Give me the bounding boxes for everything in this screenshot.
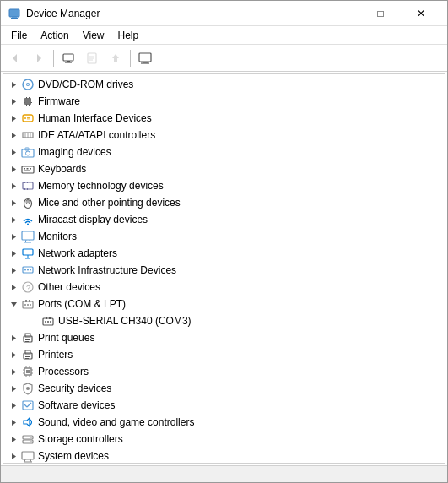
svg-rect-21 [24,98,31,105]
device-icon-system [20,449,35,463]
device-label-imaging: Imaging devices [38,146,111,158]
minimize-button[interactable]: — [321,2,359,25]
svg-rect-34 [27,119,30,120]
tree-item-keyboards[interactable]: Keyboards [3,160,445,177]
tree-item-miracast[interactable]: Miracast display devices [3,211,445,228]
svg-marker-64 [12,234,16,240]
menu-action[interactable]: Action [34,26,75,45]
expand-icon-hid [7,111,20,125]
svg-rect-22 [24,100,25,100]
menu-help[interactable]: Help [111,26,146,45]
device-label-ide: IDE ATA/ATAPI controllers [38,129,155,141]
tree-item-firmware[interactable]: Firmware [3,93,445,110]
svg-rect-45 [22,166,34,173]
svg-marker-12 [112,54,119,62]
device-label-dvd: DVD/CD-ROM drives [38,79,133,90]
device-label-firmware: Firmware [38,95,80,107]
svg-rect-13 [139,53,151,62]
tree-item-monitors[interactable]: Monitors [3,228,445,245]
svg-marker-117 [12,403,16,409]
tree-item-software[interactable]: Software devices [3,397,445,414]
tree-item-other[interactable]: ?Other devices [3,279,445,296]
computer-button[interactable] [57,48,79,68]
expand-icon-mice [7,196,20,209]
tree-item-processors[interactable]: Processors [3,363,445,380]
tree-item-printq[interactable]: Print queues [3,329,445,346]
device-label-monitors: Monitors [38,231,77,242]
tree-item-hid[interactable]: Human Interface Devices [3,110,445,127]
tree-item-storage[interactable]: Storage controllers [3,431,445,448]
maximize-button[interactable]: □ [361,2,400,25]
svg-rect-53 [27,182,28,183]
svg-marker-99 [12,352,16,358]
status-bar [1,465,447,482]
tree-item-system[interactable]: System devices [3,448,445,463]
menu-file[interactable]: File [4,26,34,45]
title-bar: Device Manager — □ ✕ [1,1,447,26]
svg-marker-40 [12,149,16,155]
svg-rect-24 [31,100,33,100]
window-controls: — □ ✕ [321,2,440,25]
tree-item-netinfra[interactable]: Network Infrastructure Devices [3,262,445,279]
tree-item-mice[interactable]: Mice and other pointing devices [3,194,445,211]
device-tree[interactable]: DVD/CD-ROM drivesFirmwareHuman Interface… [3,74,445,463]
tree-item-imaging[interactable]: Imaging devices [3,144,445,160]
svg-marker-3 [13,54,17,62]
device-icon-netinfra [20,263,35,277]
expand-icon-netinfra [7,263,20,277]
device-label-memory: Memory technology devices [38,180,164,192]
toolbar [1,45,447,72]
tree-item-usb-serial[interactable]: USB-SERIAL CH340 (COM3) [3,312,445,329]
expand-icon-monitors [7,230,20,243]
expand-icon-processors [7,365,20,378]
back-button[interactable] [4,48,26,68]
device-label-other: Other devices [38,281,100,293]
tree-item-sound[interactable]: Sound, video and game controllers [3,414,445,431]
expand-icon-memory [7,179,20,193]
expand-icon-miracast [7,213,20,226]
svg-marker-50 [12,183,16,189]
forward-button[interactable] [28,48,50,68]
device-manager-window: Device Manager — □ ✕ File Action View He… [0,0,448,483]
svg-point-126 [30,437,32,438]
close-button[interactable]: ✕ [402,2,440,25]
properties-button[interactable] [81,48,103,68]
expand-icon-ports [7,297,20,311]
svg-rect-129 [22,452,34,459]
expand-icon-printq [7,331,20,345]
tree-item-ports[interactable]: Ports (COM & LPT) [3,296,445,312]
svg-marker-121 [12,420,16,426]
update-driver-button[interactable] [105,48,127,68]
device-label-netinfra: Network Infrastructure Devices [38,264,176,276]
device-label-network: Network adapters [38,247,117,259]
expand-icon-network [7,247,20,260]
svg-marker-20 [12,99,16,105]
svg-rect-83 [25,300,27,302]
tree-item-memory[interactable]: Memory technology devices [3,177,445,194]
svg-marker-44 [12,166,16,172]
device-label-sound: Sound, video and game controllers [38,416,194,428]
display-button[interactable] [134,48,156,68]
tree-item-dvd[interactable]: DVD/CD-ROM drives [3,76,445,93]
device-label-security: Security devices [38,383,111,394]
svg-rect-47 [27,168,29,170]
expand-icon-imaging [7,145,20,159]
svg-point-19 [27,84,29,85]
menu-view[interactable]: View [76,26,111,45]
toolbar-separator-1 [53,50,54,67]
device-icon-storage [20,432,35,446]
tree-item-network[interactable]: Network adapters [3,245,445,262]
tree-item-printers[interactable]: Printers [3,346,445,363]
svg-rect-46 [24,168,25,170]
svg-marker-94 [12,335,16,341]
tree-item-security[interactable]: Security devices [3,380,445,397]
device-icon-miracast [20,213,35,226]
svg-rect-103 [25,358,29,359]
svg-marker-104 [12,369,16,375]
device-icon-software [20,399,35,412]
device-icon-processors [20,365,35,378]
tree-item-ide[interactable]: IDE ATA/ATAPI controllers [3,127,445,144]
device-label-printq: Print queues [38,332,94,344]
expand-icon-sound [7,415,20,429]
svg-point-127 [30,441,32,442]
